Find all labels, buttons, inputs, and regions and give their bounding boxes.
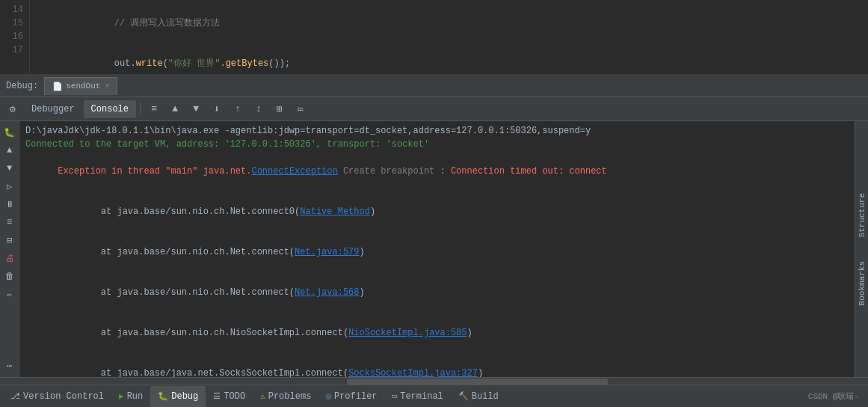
bookmarks-tab[interactable]: Bookmarks	[856, 257, 868, 310]
tab-problems-label: Problems	[268, 391, 312, 402]
delete-icon[interactable]: 🗑	[1, 268, 18, 284]
tab-profiler-label: Profiler	[334, 391, 378, 402]
debug-main-area: 🐛 ▲ ▼ ▷ ⏸ ≡ ⊟ 🖨 🗑 ✏ ⋯ D:\javaJdk\jdk-18.…	[0, 121, 868, 377]
tab-terminal-label: Terminal	[400, 391, 443, 402]
debug-tabbar: Debug: 📄 sendOut ×	[0, 75, 868, 97]
tab-build-label: Build	[472, 391, 499, 402]
line-num-15: 15	[6, 16, 23, 30]
right-side-tabs: Structure Bookmarks	[855, 121, 868, 377]
terminal-icon: ▭	[393, 391, 398, 401]
pause-icon[interactable]: ⏸	[1, 196, 18, 212]
settings-icon-button[interactable]: ⚙	[3, 100, 22, 118]
tab-run[interactable]: ▶ Run	[111, 386, 150, 407]
tab-terminal[interactable]: ▭ Terminal	[385, 386, 451, 407]
debug-label: Debug:	[6, 81, 38, 91]
console-output[interactable]: D:\javaJdk\jdk-18.0.1.1\bin\java.exe -ag…	[19, 121, 855, 377]
tab-build[interactable]: 🔨 Build	[451, 386, 506, 407]
tab-version-control[interactable]: ⎇ Version Control	[3, 386, 111, 407]
tab-console[interactable]: Console	[84, 100, 136, 118]
edit-icon[interactable]: ✏	[1, 286, 18, 302]
debug-icon: 🐛	[158, 391, 168, 401]
line-numbers: 14 15 16 17	[0, 0, 30, 74]
todo-icon: ☰	[213, 391, 221, 401]
bottom-right-info: CSDN @耿瑞-	[808, 391, 865, 402]
code-content: // 调用写入流写数据方法 out.write("你好 世界".getBytes…	[30, 0, 868, 74]
toolbar-separator-1	[140, 102, 141, 116]
structure-tab-container: Structure Bookmarks	[855, 121, 868, 377]
tab-profiler[interactable]: ◎ Profiler	[318, 386, 384, 407]
line-num-16: 16	[6, 30, 23, 43]
console-line-5: at java.base/sun.nio.ch.Net.connect(Net.…	[25, 232, 849, 272]
tab-run-label: Run	[127, 391, 144, 402]
console-line-6: at java.base/sun.nio.ch.Net.connect(Net.…	[25, 272, 849, 313]
file-icon: 📄	[52, 82, 63, 91]
stack-link-5[interactable]: SocksSocketImpl.java:327	[348, 368, 478, 377]
step-over-button[interactable]: ⬇	[207, 100, 227, 118]
arrow-down-nav[interactable]: ▼	[1, 160, 18, 177]
play-icon[interactable]: ▷	[1, 178, 18, 195]
debug-tab-name: sendOut	[66, 82, 100, 91]
list-icon[interactable]: ≡	[1, 214, 18, 230]
code-line-15: out.write("你好 世界".getBytes());	[39, 43, 859, 75]
structure-tab[interactable]: Structure	[856, 189, 868, 242]
version-control-icon: ⎇	[10, 391, 20, 401]
tab-todo[interactable]: ☰ TODO	[206, 386, 253, 407]
step-into-button[interactable]: ↑	[228, 100, 247, 118]
console-line-4: at java.base/sun.nio.ch.Net.connect0(Nat…	[25, 192, 849, 232]
tab-debug[interactable]: 🐛 Debug	[150, 386, 206, 407]
tab-close-button[interactable]: ×	[105, 82, 109, 91]
bug-icon[interactable]: 🐛	[1, 124, 18, 141]
scroll-down-button[interactable]: ▼	[186, 100, 206, 118]
profiler-icon: ◎	[326, 391, 331, 401]
stack-link-2[interactable]: Net.java:579	[295, 247, 359, 257]
tab-debug-label: Debug	[171, 391, 198, 402]
stack-link-4[interactable]: NioSocketImpl.java:585	[348, 328, 467, 338]
code-line-14: // 调用写入流写数据方法	[39, 3, 859, 43]
print-icon[interactable]: 🖨	[1, 250, 18, 266]
filter-button[interactable]: ≔	[291, 100, 310, 118]
console-line-2: Connected to the target VM, address: '12…	[25, 138, 849, 151]
debug-toolbar: ⚙ Debugger Console ≡ ▲ ▼ ⬇ ↑ ↕ ⊞ ≔	[0, 97, 868, 121]
arrow-up-nav[interactable]: ▲	[1, 142, 18, 159]
left-sidebar: 🐛 ▲ ▼ ▷ ⏸ ≡ ⊟ 🖨 🗑 ✏ ⋯	[0, 121, 19, 377]
scrollbar-thumb[interactable]	[347, 379, 607, 385]
line-num-14: 14	[6, 3, 23, 16]
more-icon[interactable]: ⋯	[1, 358, 18, 374]
stack-link-3[interactable]: Net.java:568	[295, 287, 359, 298]
tab-debugger[interactable]: Debugger	[24, 100, 82, 118]
console-line-3: Exception in thread "main" java.net.Conn…	[25, 151, 849, 192]
debug-file-tab[interactable]: 📄 sendOut ×	[44, 77, 117, 95]
tab-todo-label: TODO	[224, 391, 245, 402]
soft-wrap-button[interactable]: ≡	[144, 100, 164, 118]
console-line-1: D:\javaJdk\jdk-18.0.1.1\bin\java.exe -ag…	[25, 124, 849, 138]
horizontal-scrollbar[interactable]	[0, 377, 868, 385]
code-area: 14 15 16 17 // 调用写入流写数据方法 out.write("你好 …	[0, 0, 868, 75]
problems-icon: ⚠	[260, 391, 265, 401]
tab-problems[interactable]: ⚠ Problems	[253, 386, 318, 407]
bottom-bar: ⎇ Version Control ▶ Run 🐛 Debug ☰ TODO ⚠…	[0, 385, 868, 407]
scroll-up-button[interactable]: ▲	[165, 100, 185, 118]
stack-link-1[interactable]: Native Method	[300, 206, 370, 217]
tab-version-control-label: Version Control	[23, 391, 104, 402]
table-view-button[interactable]: ⊞	[270, 100, 289, 118]
step-up-button[interactable]: ↕	[249, 100, 268, 118]
filter-sidebar-icon[interactable]: ⊟	[1, 232, 18, 248]
run-icon: ▶	[119, 391, 124, 401]
connect-exception-link[interactable]: ConnectException	[251, 166, 337, 177]
console-line-8: at java.base/java.net.SocksSocketImpl.co…	[25, 353, 849, 377]
build-icon: 🔨	[458, 391, 469, 401]
line-num-17: 17	[6, 43, 23, 57]
console-line-7: at java.base/sun.nio.ch.NioSocketImpl.co…	[25, 313, 849, 353]
